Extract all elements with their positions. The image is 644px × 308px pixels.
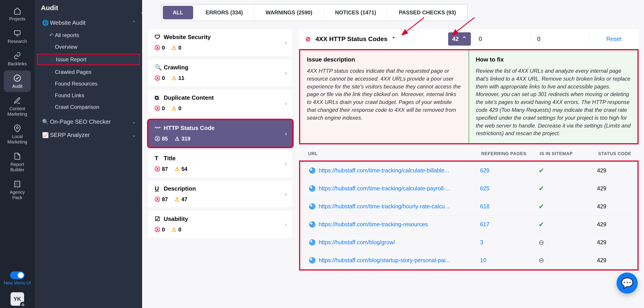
cell-status: 429: [597, 185, 638, 192]
metric-cell: 0: [531, 31, 589, 46]
category-duplicate-content[interactable]: ⧉Duplicate Content ⓧ0 ⚠0 ›: [148, 90, 292, 117]
rail-local-marketing[interactable]: Local Marketing: [4, 121, 31, 148]
cell-status: 429: [597, 257, 638, 264]
sidebar-item-crawl-comparison[interactable]: • Crawl Comparison: [35, 101, 142, 113]
cell-referring[interactable]: 625: [480, 185, 538, 192]
sidebar-section-onpage-seo[interactable]: 🔍 On-Page SEO Checker ⌄: [35, 115, 142, 128]
chevron-right-icon: ›: [285, 39, 287, 46]
url-text: https://hubstaff.com/time-tracking-resou…: [319, 221, 428, 228]
filter-all[interactable]: ALL: [163, 6, 193, 19]
sidebar-section-website-audit[interactable]: 🌐 Website Audit ⌃: [35, 16, 142, 29]
filter-warnings[interactable]: WARNINGS (2590): [254, 4, 324, 21]
issue-name: 4XX HTTP Status Codes: [316, 35, 388, 43]
chat-fab[interactable]: 💬: [616, 273, 638, 294]
rail-report-builder[interactable]: Report Builder: [4, 149, 31, 175]
rail-agency-pack[interactable]: Agency Pack: [4, 176, 31, 203]
chevron-right-icon: ›: [285, 100, 287, 107]
table-row[interactable]: https://hubstaff.com/time-tracking/calcu…: [300, 180, 638, 197]
building-icon: [13, 180, 22, 189]
activity-icon: 〰: [155, 125, 164, 132]
filter-errors[interactable]: ERRORS (334): [194, 4, 254, 21]
favicon-icon: [309, 167, 316, 174]
rail-label: Local Marketing: [5, 134, 30, 145]
rail-research[interactable]: Research: [4, 26, 31, 47]
table-row[interactable]: https://hubstaff.com/time-tracking-resou…: [300, 215, 638, 233]
rail-label: Agency Pack: [5, 189, 30, 200]
issue-name-cell[interactable]: ⊘ 4XX HTTP Status Codes ⌃: [299, 31, 447, 47]
error-icon: ⓧ: [155, 165, 160, 173]
reset-button[interactable]: Reset: [589, 31, 638, 46]
sidebar-item-overview[interactable]: • Overview: [35, 41, 142, 53]
sidebar-item-issue-report[interactable]: • Issue Report: [37, 54, 140, 65]
category-crawling[interactable]: 🔍Crawling ⓧ0 ⚠11 ›: [148, 59, 292, 86]
url-text: https://hubstaff.com/blog/grow/: [319, 239, 395, 246]
bullet-icon: •: [48, 83, 55, 85]
cell-url[interactable]: https://hubstaff.com/blog/grow/: [300, 239, 480, 246]
url-text: https://hubstaff.com/time-tracking/calcu…: [319, 167, 449, 174]
cell-sitemap: ✔: [538, 220, 597, 228]
cell-status: 429: [597, 167, 638, 174]
cell-url[interactable]: https://hubstaff.com/time-tracking-resou…: [300, 221, 480, 228]
table-row[interactable]: https://hubstaff.com/time-tracking/hourl…: [300, 197, 638, 215]
category-list: 🛡Website Security ⓧ0 ⚠0 › 🔍Crawling ⓧ0 ⚠…: [148, 29, 292, 271]
cell-referring[interactable]: 617: [480, 221, 538, 228]
fix-title: How to fix: [476, 56, 631, 63]
category-http-status[interactable]: 〰HTTP Status Code ⓧ85 ⚠319 ›: [148, 120, 292, 147]
filter-notices[interactable]: NOTICES (1471): [324, 4, 388, 21]
category-usability[interactable]: ☑Usability ⓧ0 ⚠0 ›: [148, 211, 292, 238]
sidebar-item-found-links[interactable]: • Found Links: [35, 90, 142, 101]
section-label: Website Audit: [50, 19, 132, 26]
description-text: 4XX HTTP status codes indicate that the …: [307, 67, 462, 122]
favicon-icon: [309, 203, 316, 210]
table-row[interactable]: https://hubstaff.com/time-tracking/calcu…: [300, 162, 638, 180]
document-icon: [13, 152, 22, 161]
category-title[interactable]: TTitle ⓧ87 ⚠54 ›: [148, 151, 292, 177]
rail-projects[interactable]: Projects: [4, 3, 31, 25]
check-circle-icon: ✔: [538, 185, 544, 192]
table-row[interactable]: https://hubstaff.com/blog/startup-story-…: [300, 251, 638, 269]
rail-content-marketing[interactable]: Content Marketing: [4, 93, 31, 120]
filter-passed[interactable]: PASSED CHECKS (93): [388, 4, 467, 21]
underline-icon: U: [155, 185, 164, 192]
col-sitemap[interactable]: IS IN SITEMAP: [540, 151, 598, 156]
check-circle-icon: ✔: [538, 221, 544, 228]
error-count: 87: [162, 196, 168, 202]
rail-backlinks[interactable]: Backlinks: [4, 48, 31, 70]
table-row[interactable]: https://hubstaff.com/blog/grow/3⊖429: [300, 233, 638, 251]
cell-url[interactable]: https://hubstaff.com/time-tracking/calcu…: [300, 185, 480, 192]
col-url[interactable]: URL: [299, 151, 481, 156]
cell-referring[interactable]: 3: [480, 239, 538, 246]
rail-audit[interactable]: Audit: [4, 70, 31, 92]
sidebar-section-serp-analyzer[interactable]: 📈 SERP Analyzer ⌄: [35, 128, 142, 142]
error-icon: ⓧ: [155, 75, 160, 82]
cell-referring[interactable]: 629: [480, 167, 538, 174]
category-website-security[interactable]: 🛡Website Security ⓧ0 ⚠0 ›: [148, 29, 292, 56]
error-count: 85: [162, 136, 168, 142]
warning-count: 11: [178, 75, 184, 81]
warning-count: 0: [178, 105, 181, 112]
issue-count-pill[interactable]: 42 ⌃: [448, 32, 471, 46]
sidebar: Audit ‹ 🌐 Website Audit ⌃ ↶ All reports …: [35, 0, 142, 308]
col-status[interactable]: STATUS CODE: [598, 151, 638, 156]
cell-url[interactable]: https://hubstaff.com/time-tracking/hourl…: [300, 203, 480, 210]
cell-url[interactable]: https://hubstaff.com/time-tracking/calcu…: [300, 167, 480, 174]
url-text: https://hubstaff.com/time-tracking/hourl…: [319, 203, 450, 210]
error-count: 0: [162, 45, 165, 51]
table-rows: https://hubstaff.com/time-tracking/calcu…: [299, 160, 638, 271]
sidebar-item-found-resources[interactable]: • Found Resources: [35, 78, 142, 90]
copy-icon: ⧉: [155, 94, 164, 101]
cell-url[interactable]: https://hubstaff.com/blog/startup-story-…: [300, 257, 480, 264]
bullet-icon: •: [49, 58, 56, 61]
cell-referring[interactable]: 618: [480, 203, 538, 210]
col-referring[interactable]: REFERRING PAGES: [481, 151, 540, 156]
cell-referring[interactable]: 10: [480, 257, 538, 264]
category-label: HTTP Status Code: [164, 125, 214, 132]
chart-icon: 📈: [41, 132, 50, 138]
sidebar-item-crawled-pages[interactable]: • Crawled Pages: [35, 66, 142, 78]
user-avatar[interactable]: YK ⚙: [10, 292, 24, 306]
sidebar-item-all-reports[interactable]: ↶ All reports: [35, 29, 142, 41]
warning-count: 319: [182, 136, 190, 142]
menu-toggle[interactable]: [10, 271, 24, 279]
category-description[interactable]: UDescription ⓧ87 ⚠47 ›: [148, 181, 292, 207]
error-icon: ⓧ: [155, 135, 160, 142]
